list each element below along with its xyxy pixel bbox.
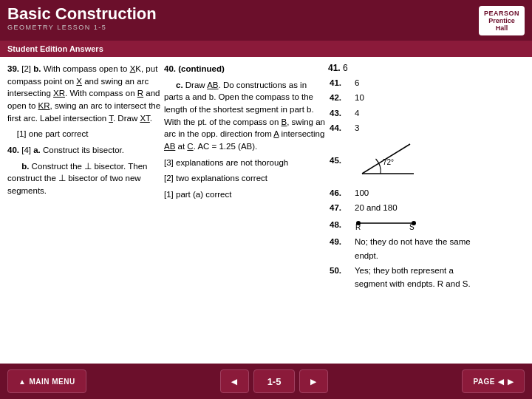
footer: MAIN MENU 1-5 PAGE <box>0 364 532 399</box>
r-label: R <box>355 223 361 230</box>
item-39-bracket: [2] <box>21 64 31 73</box>
table-row-49: 49. No; they do not have the same endpt. <box>330 235 471 262</box>
line-segment-svg: R S <box>355 216 421 230</box>
answers-42-45-block: 41. 6 42. 10 43. 4 44. 3 45. <box>328 75 472 293</box>
item-46-label: 46. <box>330 186 353 200</box>
item-48-label: 48. <box>330 216 353 233</box>
item-39-text: With compass open to XK, put compass poi… <box>7 64 160 123</box>
prev-lesson-button[interactable] <box>220 369 249 393</box>
page-label: PAGE <box>473 378 495 386</box>
student-edition-label: Student Edition Answers <box>7 44 103 53</box>
lesson-indicator: 1-5 <box>253 369 296 393</box>
lesson-label: 1-5 <box>267 376 282 387</box>
table-row-48: 48. R S <box>330 216 471 233</box>
item-45-diagram: 72° <box>355 137 471 185</box>
main-menu-icon <box>18 378 26 386</box>
item-40-text: Construct its bisector. <box>43 146 124 154</box>
page-prev-icon <box>498 378 505 386</box>
item-39-1-bracket: [1] <box>17 129 27 138</box>
item-41-num: 41. <box>328 63 341 73</box>
angle-svg: 72° <box>355 137 417 181</box>
page-next-icon <box>508 378 514 386</box>
table-row-41: 41. 6 <box>330 76 471 89</box>
item-47-value: 20 and 180 <box>355 201 471 214</box>
table-row-44: 44. 3 <box>330 121 471 134</box>
item-39-1-text: one part correct <box>29 129 89 138</box>
item-41-label: 41. <box>330 76 353 89</box>
table-row-47: 47. 20 and 180 <box>330 201 471 214</box>
item-46-value: 100 <box>355 186 471 200</box>
next-lesson-button[interactable] <box>299 369 328 393</box>
item-40-c-label: c. <box>176 81 183 89</box>
item-40-b-label: b. <box>21 162 29 171</box>
answers-table: 41. 6 42. 10 43. 4 44. 3 45. <box>328 75 472 293</box>
answer-2: [2] two explanations correct <box>164 172 327 185</box>
answer-1: [1] part (a) correct <box>164 188 327 201</box>
next-arrow-icon <box>310 378 317 386</box>
item-44-value: 3 <box>355 121 471 134</box>
answer-40-c: c. Draw AB. Do constructions as in parts… <box>164 79 327 153</box>
answer-3: [3] explanations are not thorough <box>164 157 327 169</box>
item-50-text: Yes; they both represent a segment with … <box>355 264 471 291</box>
prev-arrow-icon <box>231 378 238 386</box>
table-row-45: 45. 72° <box>330 137 471 185</box>
answer-41: 41. 6 <box>328 63 348 73</box>
answer-40-cont: 40. (continued) <box>164 63 327 75</box>
item-41-value: 6 <box>355 76 471 89</box>
item-2-bracket: [2] <box>164 174 174 183</box>
pearson-line1: PEARSON <box>484 10 519 17</box>
item-3-bracket: [3] <box>164 158 174 167</box>
item-45-label: 45. <box>330 137 353 185</box>
item-50-label: 50. <box>330 264 353 291</box>
item-47-label: 47. <box>330 201 353 214</box>
item-42-value: 10 <box>355 91 471 104</box>
answer-40-b: b. Construct the ⊥ bisector. Then constr… <box>7 160 163 197</box>
item-49-label: 49. <box>330 235 353 262</box>
footer-center: 1-5 <box>220 369 328 393</box>
pearson-line3: Hall <box>496 24 508 32</box>
item-1-bracket: [1] <box>164 190 174 199</box>
item-40-c-text: Draw AB. Do constructions as in parts a … <box>164 81 325 151</box>
item-2-text: two explanations correct <box>176 174 267 183</box>
column-2: 40. (continued) c. Draw AB. Do construct… <box>164 63 327 358</box>
table-row-42: 42. 10 <box>330 91 471 104</box>
s-label: S <box>409 223 415 230</box>
item-40-bracket: [4] <box>21 146 31 154</box>
item-42-label: 42. <box>330 91 353 104</box>
item-40-cont-label: 40. (continued) <box>164 64 225 73</box>
column-1: 39. [2] b. With compass open to XK, put … <box>7 63 163 358</box>
pearson-logo: PEARSON Prentice Hall <box>479 6 525 35</box>
answer-39: 39. [2] b. With compass open to XK, put … <box>7 63 163 124</box>
main-menu-button[interactable]: MAIN MENU <box>7 369 86 393</box>
item-39-num: 39. <box>7 64 19 73</box>
item-48-diagram: R S <box>355 216 471 233</box>
answer-39-1: [1] one part correct <box>7 128 163 140</box>
item-43-label: 43. <box>330 106 353 120</box>
item-40-b-text: Construct the ⊥ bisector. Then construct… <box>7 162 147 195</box>
lesson-subtitle: GEOMETRY LESSON 1-5 <box>7 24 525 31</box>
answers-41-45: 41. 6 <box>328 63 472 73</box>
column-3: 41. 6 41. 6 42. 10 43. 4 44. <box>328 63 472 358</box>
item-1-text: part (a) correct <box>176 190 231 199</box>
item-49-text: No; they do not have the same endpt. <box>355 235 471 262</box>
page-title: Basic Construction <box>7 4 525 24</box>
header: Basic Construction GEOMETRY LESSON 1-5 P… <box>0 0 532 41</box>
item-3-text: explanations are not thorough <box>176 158 288 167</box>
table-row-43: 43. 4 <box>330 106 471 120</box>
item-41-val: 6 <box>343 63 348 73</box>
table-row-50: 50. Yes; they both represent a segment w… <box>330 264 471 291</box>
main-menu-label: MAIN MENU <box>29 378 75 386</box>
item-43-value: 4 <box>355 106 471 120</box>
item-40-num: 40. <box>7 146 19 154</box>
page-button[interactable]: PAGE <box>462 369 525 393</box>
item-39-label: b. <box>33 64 41 73</box>
answer-40: 40. [4] a. Construct its bisector. <box>7 144 163 157</box>
pearson-line2: Prentice <box>488 17 515 24</box>
angle-label: 72° <box>383 158 394 166</box>
table-row-46: 46. 100 <box>330 186 471 200</box>
student-edition-bar: Student Edition Answers <box>0 41 532 57</box>
main-content: 39. [2] b. With compass open to XK, put … <box>0 57 532 364</box>
item-40-label: a. <box>33 146 41 154</box>
item-44-label: 44. <box>330 121 353 134</box>
